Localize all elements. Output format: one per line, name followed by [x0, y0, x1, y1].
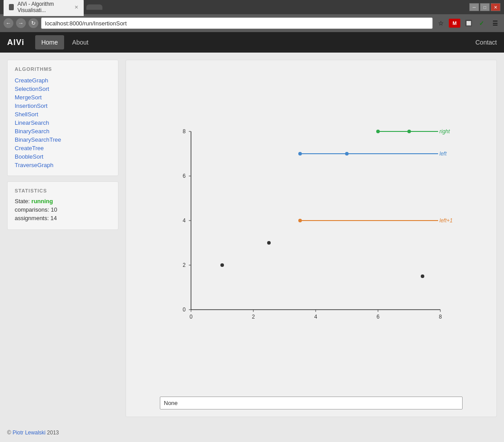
chart-svg: 0 2 4 6 8 0 2 [164, 123, 458, 336]
menu-icon[interactable]: ☰ [490, 18, 500, 29]
svg-text:8: 8 [439, 314, 442, 320]
algo-selectionsort[interactable]: SelectionSort [15, 85, 111, 93]
comparisons-value: 10 [51, 206, 57, 213]
browser-controls-bar: ← → ↻ localhost:8000/run/InsertionSort ☆… [0, 14, 504, 32]
sidebar: ALGORITHMS CreateGraph SelectionSort Mer… [7, 60, 118, 417]
browser-toolbar-icons: ☆ M 🔲 ✓ ☰ [435, 18, 500, 29]
svg-point-24 [407, 130, 411, 133]
nav-contact[interactable]: Contact [476, 39, 497, 46]
tab-title: AlVi - Algorithm Visualisati... [17, 1, 71, 13]
algo-shellsort[interactable]: ShellSort [15, 110, 111, 119]
forward-button[interactable]: → [16, 18, 26, 28]
svg-point-27 [298, 152, 302, 156]
browser-titlebar: AlVi - Algorithm Visualisati... ✕ ─ □ ✕ [0, 0, 504, 14]
nav-about[interactable]: About [66, 35, 95, 49]
reload-button[interactable]: ↻ [28, 18, 38, 28]
svg-text:6: 6 [377, 314, 380, 320]
footer-author-link[interactable]: Piotr Lewalski [12, 430, 45, 436]
svg-text:8: 8 [183, 128, 186, 135]
maximize-button[interactable]: □ [480, 3, 490, 11]
statistics-section: STATISTICS State: running comparisons: 1… [7, 181, 118, 230]
footer-copyright: © [7, 430, 12, 436]
tab-close-icon[interactable]: ✕ [74, 4, 78, 10]
svg-text:right: right [439, 128, 450, 135]
algorithms-section: ALGORITHMS CreateGraph SelectionSort Mer… [7, 60, 118, 176]
svg-text:0: 0 [190, 314, 193, 320]
svg-text:0: 0 [183, 307, 186, 313]
comparisons-row: comparisons: 10 [15, 206, 111, 213]
extension-icon[interactable]: 🔲 [463, 18, 474, 29]
svg-text:4: 4 [314, 314, 317, 320]
browser-tab-active[interactable]: AlVi - Algorithm Visualisati... ✕ [4, 0, 84, 16]
assignments-label: assignments: [15, 215, 49, 221]
algo-creategraph[interactable]: CreateGraph [15, 76, 111, 85]
nav-links: Home About [35, 35, 95, 49]
algo-insertionsort[interactable]: InsertionSort [15, 102, 111, 110]
browser-tab-new[interactable] [86, 4, 102, 10]
algo-binarysearchtree[interactable]: BinarySearchTree [15, 135, 111, 144]
tab-favicon [9, 4, 14, 10]
svg-point-31 [298, 219, 302, 222]
visualization-area: 0 2 4 6 8 0 2 [126, 60, 497, 417]
svg-text:left+1: left+1 [439, 217, 453, 224]
svg-point-33 [220, 263, 224, 267]
nav-home[interactable]: Home [35, 35, 64, 49]
state-label: State: [15, 198, 30, 205]
address-text: localhost:8000/run/InsertionSort [45, 20, 127, 27]
back-button[interactable]: ← [4, 18, 13, 28]
algorithms-title: ALGORITHMS [15, 66, 111, 72]
svg-point-28 [345, 152, 349, 156]
main-content: ALGORITHMS CreateGraph SelectionSort Mer… [0, 53, 504, 424]
svg-text:2: 2 [252, 314, 255, 320]
app-brand: AlVi [7, 38, 24, 47]
svg-text:left: left [439, 151, 447, 157]
algo-createtree[interactable]: CreateTree [15, 144, 111, 152]
svg-point-34 [267, 241, 271, 245]
footer-year: 2013 [45, 430, 59, 436]
algo-binarysearch[interactable]: BinarySearch [15, 127, 111, 135]
svg-point-35 [421, 274, 424, 278]
algo-booblesort[interactable]: BoobleSort [15, 152, 111, 161]
algo-traversegraph[interactable]: TraverseGraph [15, 161, 111, 169]
assignments-value: 14 [50, 215, 57, 221]
footer: © Piotr Lewalski 2013 [0, 424, 504, 442]
app-navbar: AlVi Home About Contact [0, 32, 504, 53]
checkmark-icon[interactable]: ✓ [476, 18, 487, 29]
assignments-row: assignments: 14 [15, 215, 111, 221]
address-bar[interactable]: localhost:8000/run/InsertionSort [41, 17, 433, 29]
minimize-button[interactable]: ─ [469, 3, 479, 11]
status-input[interactable] [160, 397, 463, 409]
algo-mergesort[interactable]: MergeSort [15, 93, 111, 102]
state-value: running [32, 198, 53, 205]
svg-text:6: 6 [183, 173, 186, 179]
window-controls: ─ □ ✕ [469, 3, 500, 11]
gmail-icon[interactable]: M [449, 19, 460, 28]
statistics-title: STATISTICS [15, 188, 111, 193]
bookmark-icon[interactable]: ☆ [435, 18, 446, 29]
comparisons-label: comparisons: [15, 206, 49, 213]
svg-text:4: 4 [183, 217, 186, 224]
svg-point-23 [376, 130, 380, 133]
svg-text:2: 2 [183, 262, 186, 268]
algo-linearsearch[interactable]: LinearSearch [15, 119, 111, 127]
close-button[interactable]: ✕ [491, 3, 500, 11]
state-row: State: running [15, 198, 111, 205]
chart-container: 0 2 4 6 8 0 2 [133, 67, 489, 391]
